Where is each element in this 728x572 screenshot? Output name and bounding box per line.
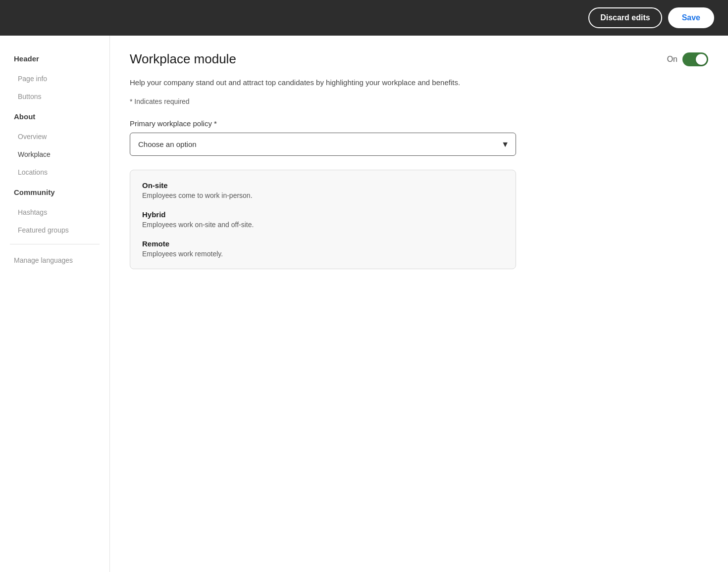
option-hybrid-title: Hybrid (142, 210, 504, 219)
option-remote-description: Employees work remotely. (142, 250, 504, 258)
dropdown-wrapper: Choose an option On-site Hybrid Remote ▼ (130, 133, 516, 156)
sidebar-about-header[interactable]: About (0, 105, 109, 128)
policy-field-label: Primary workplace policy * (130, 119, 708, 128)
save-button[interactable]: Save (668, 7, 714, 28)
sidebar-item-locations[interactable]: Locations (0, 163, 109, 181)
option-remote-title: Remote (142, 239, 504, 248)
sidebar-item-hashtags[interactable]: Hashtags (0, 203, 109, 221)
sidebar-manage-languages[interactable]: Manage languages (0, 249, 109, 271)
sidebar-community-header[interactable]: Community (0, 181, 109, 203)
option-onsite-description: Employees come to work in-person. (142, 191, 504, 199)
sidebar-header-header[interactable]: Header (0, 48, 109, 70)
option-onsite-title: On-site (142, 181, 504, 190)
discard-edits-button[interactable]: Discard edits (588, 7, 662, 28)
sidebar-item-buttons[interactable]: Buttons (0, 88, 109, 105)
toggle-knob (696, 54, 707, 65)
sidebar-item-featured-groups[interactable]: Featured groups (0, 221, 109, 239)
workplace-policy-dropdown[interactable]: Choose an option On-site Hybrid Remote (130, 133, 516, 156)
toggle-label: On (667, 55, 677, 64)
sidebar-divider (10, 244, 100, 244)
option-remote: Remote Employees work remotely. (142, 239, 504, 258)
sidebar: Header Page info Buttons About Overview … (0, 36, 110, 572)
module-description: Help your company stand out and attract … (130, 77, 516, 89)
options-info-box: On-site Employees come to work in-person… (130, 170, 516, 269)
main-content: Workplace module On Help your company st… (110, 36, 728, 572)
option-hybrid: Hybrid Employees work on-site and off-si… (142, 210, 504, 229)
top-bar: Discard edits Save (0, 0, 728, 36)
option-hybrid-description: Employees work on-site and off-site. (142, 221, 504, 229)
option-onsite: On-site Employees come to work in-person… (142, 181, 504, 199)
module-header: Workplace module On (130, 51, 708, 67)
sidebar-item-page-info[interactable]: Page info (0, 70, 109, 88)
toggle-container: On (667, 52, 708, 66)
required-note: * Indicates required (130, 97, 708, 105)
sidebar-item-workplace[interactable]: Workplace (0, 145, 109, 163)
toggle-switch[interactable] (682, 52, 708, 66)
module-title: Workplace module (130, 51, 236, 67)
sidebar-item-overview[interactable]: Overview (0, 128, 109, 145)
